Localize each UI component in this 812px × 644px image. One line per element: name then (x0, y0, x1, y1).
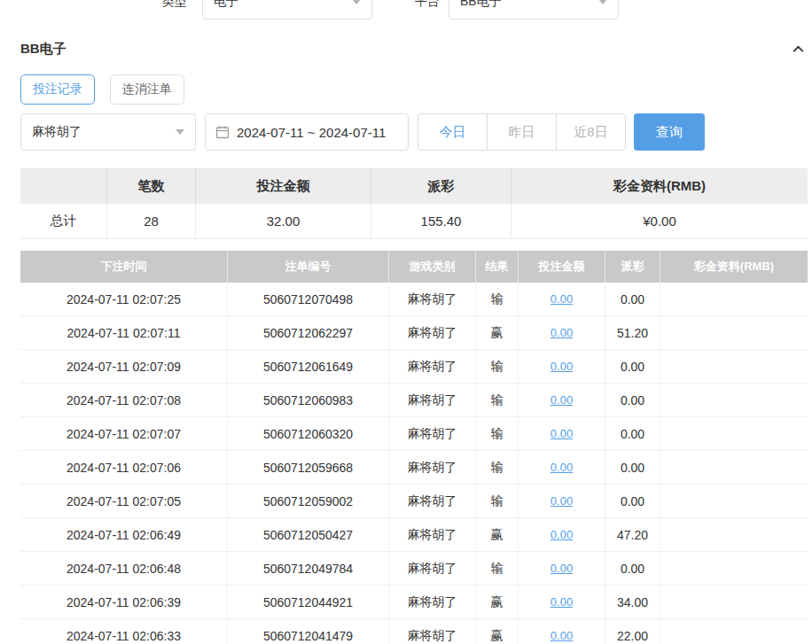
cell-payout: 34.00 (605, 586, 660, 618)
bet-amount-link[interactable]: 0.00 (550, 595, 573, 609)
cell-bet-time: 2024-07-11 02:07:05 (20, 485, 228, 517)
table-row: 2024-07-11 02:07:075060712060320麻将胡了输0.0… (20, 417, 808, 451)
type-select[interactable]: 电子 (202, 0, 372, 19)
cell-bet-time: 2024-07-11 02:07:11 (20, 316, 228, 349)
cell-payout: 0.00 (605, 384, 660, 416)
cell-result: 赢 (476, 619, 519, 644)
cell-payout: 22.00 (605, 619, 660, 644)
today-button[interactable]: 今日 (418, 113, 488, 151)
cell-bet-amount: 0.00 (519, 417, 605, 450)
table-row: 2024-07-11 02:07:115060712062297麻将胡了赢0.0… (20, 316, 808, 350)
summary-header-empty (20, 168, 107, 204)
cell-jackpot (660, 384, 808, 416)
header-payout: 派彩 (605, 251, 660, 283)
table-row: 2024-07-11 02:07:065060712059668麻将胡了输0.0… (20, 451, 808, 485)
cell-jackpot (660, 518, 808, 551)
table-row: 2024-07-11 02:07:255060712070498麻将胡了输0.0… (20, 283, 808, 316)
chevron-down-icon (352, 0, 361, 4)
type-select-value: 电子 (214, 0, 238, 10)
last-8-days-button[interactable]: 近8日 (556, 113, 626, 151)
chevron-up-icon[interactable] (791, 42, 808, 57)
cell-bet-amount: 0.00 (519, 350, 605, 383)
bet-amount-link[interactable]: 0.00 (550, 427, 573, 440)
cell-game-type: 麻将胡了 (389, 384, 476, 416)
cell-payout: 0.00 (605, 417, 660, 450)
summary-header-bet-amount: 投注金额 (196, 168, 371, 204)
cell-order-number: 5060712060983 (228, 384, 389, 416)
top-filter-bar: 类型 电子 平台 BB电子 (20, 0, 808, 19)
cell-payout: 0.00 (605, 552, 660, 585)
page: 类型 电子 平台 BB电子 BB电子 投注记录 连消注单 麻将胡了 (0, 0, 812, 644)
cell-game-type: 麻将胡了 (389, 518, 476, 551)
cell-payout: 51.20 (605, 316, 660, 349)
cell-bet-amount: 0.00 (519, 552, 605, 585)
cell-game-type: 麻将胡了 (389, 619, 476, 644)
section-title: BB电子 (20, 41, 66, 58)
cell-bet-time: 2024-07-11 02:06:33 (20, 619, 228, 644)
summary-table: 笔数 投注金额 派彩 彩金资料(RMB) 总计 28 32.00 155.40 … (20, 168, 808, 239)
tab-bet-records[interactable]: 投注记录 (20, 74, 95, 105)
cell-bet-time: 2024-07-11 02:07:09 (20, 350, 228, 383)
cell-result: 输 (476, 485, 519, 517)
summary-header-count: 笔数 (107, 168, 196, 204)
cell-jackpot (660, 586, 808, 618)
cell-jackpot (660, 619, 808, 644)
summary-header-row: 笔数 投注金额 派彩 彩金资料(RMB) (20, 168, 808, 204)
cell-result: 赢 (476, 518, 519, 551)
cell-payout: 0.00 (605, 283, 660, 315)
header-bet-time: 下注时间 (20, 251, 228, 283)
header-jackpot: 彩金资料(RMB) (660, 251, 808, 283)
bet-amount-link[interactable]: 0.00 (550, 629, 573, 642)
bet-amount-link[interactable]: 0.00 (550, 562, 573, 575)
cell-payout: 47.20 (605, 518, 660, 551)
cell-game-type: 麻将胡了 (389, 586, 476, 618)
cell-result: 输 (476, 451, 519, 484)
yesterday-button[interactable]: 昨日 (487, 113, 557, 151)
section-header: BB电子 (20, 37, 808, 60)
summary-payout-value: 155.40 (371, 204, 511, 239)
cell-order-number: 5060712049784 (228, 552, 389, 585)
bet-amount-link[interactable]: 0.00 (550, 292, 573, 306)
date-range-value: 2024-07-11 ~ 2024-07-11 (237, 125, 386, 140)
cell-bet-time: 2024-07-11 02:06:39 (20, 586, 228, 618)
bet-amount-link[interactable]: 0.00 (550, 393, 573, 407)
platform-select[interactable]: BB电子 (449, 0, 619, 19)
cell-game-type: 麻将胡了 (389, 485, 476, 517)
records-table: 下注时间 注单编号 游戏类别 结果 投注金额 派彩 彩金资料(RMB) 2024… (20, 251, 808, 644)
game-select[interactable]: 麻将胡了 (20, 113, 196, 151)
cell-order-number: 5060712070498 (228, 283, 389, 315)
cell-jackpot (660, 283, 808, 315)
table-row: 2024-07-11 02:06:335060712041479麻将胡了赢0.0… (20, 619, 808, 644)
cell-jackpot (660, 417, 808, 450)
bet-amount-link[interactable]: 0.00 (550, 494, 573, 508)
cell-bet-amount: 0.00 (519, 586, 605, 618)
cell-bet-time: 2024-07-11 02:07:08 (20, 384, 228, 416)
cell-game-type: 麻将胡了 (389, 451, 476, 484)
table-row: 2024-07-11 02:07:085060712060983麻将胡了输0.0… (20, 384, 808, 417)
summary-header-jackpot: 彩金资料(RMB) (511, 168, 808, 204)
cell-game-type: 麻将胡了 (389, 350, 476, 383)
cell-order-number: 5060712059668 (228, 451, 389, 484)
cell-payout: 0.00 (605, 451, 660, 484)
records-header-row: 下注时间 注单编号 游戏类别 结果 投注金额 派彩 彩金资料(RMB) (20, 251, 808, 283)
cell-order-number: 5060712062297 (228, 316, 389, 349)
cell-result: 输 (476, 417, 519, 450)
cell-bet-time: 2024-07-11 02:06:48 (20, 552, 228, 585)
date-range-input[interactable]: 2024-07-11 ~ 2024-07-11 (205, 113, 409, 151)
platform-select-value: BB电子 (460, 0, 502, 10)
cell-order-number: 5060712050427 (228, 518, 389, 551)
bet-amount-link[interactable]: 0.00 (550, 461, 573, 474)
bet-amount-link[interactable]: 0.00 (550, 326, 573, 339)
tab-cancelled-orders[interactable]: 连消注单 (110, 74, 184, 105)
header-bet-amount: 投注金额 (519, 251, 605, 283)
cell-bet-amount: 0.00 (519, 518, 605, 551)
summary-jackpot-value: ¥0.00 (511, 204, 808, 239)
cell-order-number: 5060712041479 (228, 619, 389, 644)
bet-amount-link[interactable]: 0.00 (550, 360, 573, 373)
search-button[interactable]: 查询 (634, 113, 705, 151)
cell-jackpot (660, 316, 808, 349)
bet-amount-link[interactable]: 0.00 (550, 528, 573, 541)
cell-jackpot (660, 451, 808, 484)
type-label: 类型 (162, 0, 187, 10)
cell-result: 输 (476, 283, 519, 315)
